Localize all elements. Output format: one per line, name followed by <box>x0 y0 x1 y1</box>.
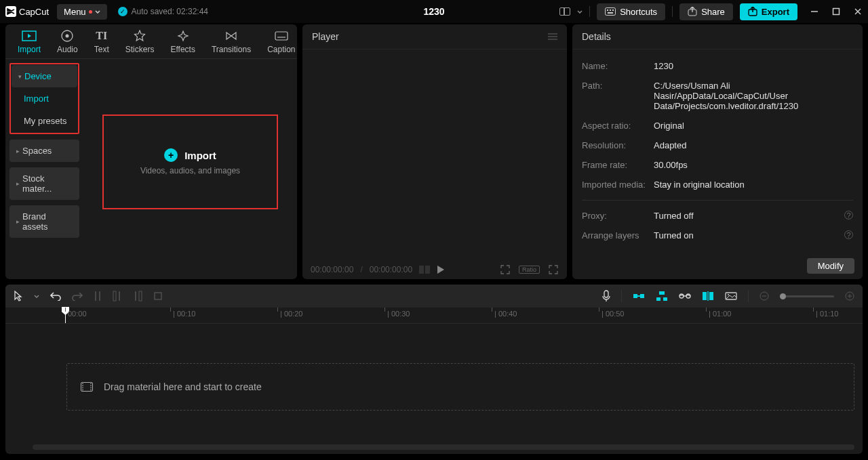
sidebar-item-brand[interactable]: ▸Brand assets <box>9 205 79 238</box>
label-imported: Imported media: <box>582 180 654 190</box>
svg-rect-29 <box>637 295 640 297</box>
play-button[interactable] <box>437 265 445 274</box>
plus-icon: + <box>164 148 178 162</box>
ruler-mark: | 01:10 <box>816 310 838 318</box>
keyboard-icon <box>605 7 616 16</box>
undo-button[interactable] <box>50 291 61 301</box>
label-aspect: Aspect ratio: <box>582 121 654 131</box>
label-arrange: Arrange layers <box>582 230 654 241</box>
link-button[interactable] <box>679 293 691 299</box>
sidebar-item-stock[interactable]: ▸Stock mater... <box>9 167 79 200</box>
svg-rect-24 <box>139 291 142 301</box>
pointer-tool[interactable] <box>14 291 23 301</box>
import-icon <box>22 30 37 42</box>
timeline-panel: 00:00 | 00:10 | 00:20 | 00:30 | 00:40 | … <box>5 285 863 454</box>
delete-button[interactable] <box>153 291 163 301</box>
tab-transitions[interactable]: Transitions <box>203 27 259 58</box>
minimize-button[interactable] <box>810 7 819 16</box>
svg-rect-35 <box>703 292 707 300</box>
zoom-slider[interactable] <box>780 295 834 297</box>
tab-caption[interactable]: Caption <box>259 27 303 58</box>
chevron-down-icon <box>95 10 100 14</box>
ruler-mark: | 01:00 <box>709 310 731 318</box>
import-dropzone[interactable]: + Import Videos, audios, and images <box>102 114 278 209</box>
caption-icon <box>274 30 289 42</box>
preview-tracks-button[interactable] <box>702 291 714 301</box>
layout-icon[interactable] <box>559 7 570 16</box>
chevron-down-icon[interactable] <box>577 10 583 14</box>
svg-point-39 <box>728 294 729 295</box>
microphone-button[interactable] <box>602 290 610 302</box>
media-panel: Import Audio TI Text Stickers Effects Tr… <box>5 24 297 279</box>
value-name: 1230 <box>654 61 853 71</box>
fullscreen-icon[interactable] <box>548 264 559 275</box>
svg-rect-31 <box>656 297 660 301</box>
modify-button[interactable]: Modify <box>807 258 854 274</box>
ratio-button[interactable]: Ratio <box>519 266 540 274</box>
shortcuts-button[interactable]: Shortcuts <box>597 3 665 20</box>
timeline-ruler[interactable]: 00:00 | 00:10 | 00:20 | 00:30 | 00:40 | … <box>5 308 863 324</box>
import-title: Import <box>184 150 216 161</box>
pointer-dropdown[interactable] <box>34 295 39 298</box>
player-menu-icon[interactable] <box>548 33 557 40</box>
tab-stickers[interactable]: Stickers <box>117 27 163 58</box>
info-icon[interactable]: ? <box>844 230 853 239</box>
details-panel: Details Name:1230 Path:C:/Users/Usman Al… <box>572 24 863 279</box>
auto-snap-button[interactable] <box>656 291 668 301</box>
menu-button[interactable]: Menu <box>57 4 107 20</box>
value-path: C:/Users/Usman Ali Nasir/AppData/Local/C… <box>654 81 853 111</box>
autosave-status: ✓ Auto saved: 02:32:44 <box>118 7 208 16</box>
svg-rect-3 <box>612 9 614 11</box>
caret-down-icon: ▾ <box>18 73 22 80</box>
film-icon <box>81 382 93 392</box>
maximize-button[interactable] <box>831 7 841 16</box>
project-title: 1230 <box>423 6 444 17</box>
timeline-toolbar <box>5 285 863 308</box>
tab-audio[interactable]: Audio <box>49 27 86 58</box>
zoom-in-button[interactable] <box>845 291 854 301</box>
sidebar-item-import[interactable]: Import <box>12 87 77 110</box>
export-button[interactable]: Export <box>740 3 797 20</box>
sidebar-item-my-presets[interactable]: My presets <box>12 110 77 132</box>
compare-icon[interactable] <box>419 266 430 274</box>
sidebar-item-device[interactable]: ▾Device <box>12 65 77 87</box>
media-tab-bar: Import Audio TI Text Stickers Effects Tr… <box>5 24 297 59</box>
share-button[interactable]: Share <box>679 3 733 20</box>
time-current: 00:00:00:00 <box>311 265 353 274</box>
capcut-icon <box>5 6 16 17</box>
tab-effects[interactable]: Effects <box>162 27 203 58</box>
zoom-out-button[interactable] <box>760 291 769 301</box>
magnet-button[interactable] <box>633 292 645 300</box>
tab-text[interactable]: TI Text <box>86 27 117 58</box>
value-proxy: Turned off <box>654 211 844 221</box>
trim-left-button[interactable] <box>113 291 122 301</box>
ruler-mark: | 00:20 <box>280 310 302 318</box>
info-icon[interactable]: ? <box>844 211 853 219</box>
label-name: Name: <box>582 61 654 71</box>
tab-import[interactable]: Import <box>9 27 49 58</box>
value-arrange: Turned on <box>654 230 844 241</box>
player-controls: 00:00:00:00 / 00:00:00:00 Ratio <box>302 260 567 279</box>
svg-rect-32 <box>663 297 667 301</box>
time-total: 00:00:00:00 <box>370 265 412 274</box>
sidebar-item-spaces[interactable]: ▸Spaces <box>9 140 79 162</box>
player-viewport[interactable] <box>302 49 567 260</box>
audio-icon <box>60 30 75 42</box>
split-button[interactable] <box>94 291 102 301</box>
svg-rect-17 <box>419 266 424 274</box>
highlighted-sidebar-group: ▾Device Import My presets <box>9 63 79 134</box>
scale-icon[interactable] <box>500 264 511 275</box>
share-icon <box>688 7 697 16</box>
close-button[interactable] <box>853 7 863 16</box>
export-icon <box>748 7 757 16</box>
redo-button[interactable] <box>72 291 83 301</box>
caret-right-icon: ▸ <box>16 148 20 154</box>
cover-button[interactable] <box>725 292 737 300</box>
app-name: CapCut <box>19 7 49 17</box>
timeline-tracks[interactable]: Drag material here and start to create <box>5 324 863 454</box>
label-proxy: Proxy: <box>582 211 654 221</box>
timeline-scrollbar[interactable] <box>33 444 854 450</box>
dropzone-text: Drag material here and start to create <box>104 381 262 392</box>
trim-right-button[interactable] <box>133 291 142 301</box>
timeline-dropzone[interactable]: Drag material here and start to create <box>66 363 854 411</box>
